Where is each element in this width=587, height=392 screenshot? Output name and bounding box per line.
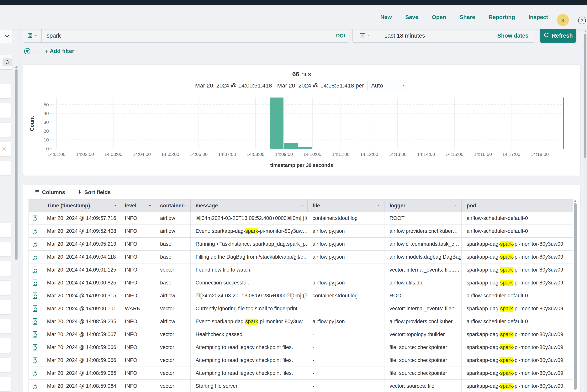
x-gridline <box>454 98 454 148</box>
cell-time: Mar 20, 2024 @ 14:09:04.118 <box>42 250 120 263</box>
column-header-message[interactable]: message <box>190 200 308 212</box>
expand-row-icon[interactable] <box>32 266 39 274</box>
cell-logger: vector::topology::builder <box>384 328 462 341</box>
sidebar-scrollbar[interactable] <box>15 66 18 299</box>
column-header-pod[interactable]: pod <box>462 200 573 212</box>
expand-row-icon[interactable] <box>32 254 39 260</box>
column-header-container[interactable]: container <box>155 200 190 212</box>
scroll-up-arrow-icon[interactable] <box>15 66 18 68</box>
nav-share[interactable]: Share <box>458 14 476 20</box>
saved-query-menu-button[interactable] <box>23 29 42 42</box>
scrollbar-thumb[interactable] <box>584 34 586 158</box>
avatar[interactable]: a <box>557 14 569 26</box>
scrollbar-thumb[interactable] <box>574 203 576 390</box>
x-gridline <box>255 98 256 148</box>
nav-save[interactable]: Save <box>404 14 420 20</box>
columns-label: Columns <box>42 189 65 196</box>
field-card[interactable] <box>0 242 11 256</box>
column-header-file[interactable]: file <box>308 200 385 212</box>
expand-row-icon[interactable] <box>32 215 39 222</box>
field-card[interactable] <box>0 319 11 334</box>
table-row: Mar 20, 2024 @ 14:09:01.125INFOvectorFou… <box>29 264 573 276</box>
top-app-bar <box>0 0 587 5</box>
field-card[interactable] <box>0 161 11 176</box>
refresh-button[interactable]: Refresh <box>540 29 576 42</box>
expand-row-icon[interactable] <box>32 370 39 377</box>
field-card[interactable] <box>0 338 11 353</box>
cell-level: INFO <box>120 289 155 302</box>
hits-count: 66hits <box>23 70 580 78</box>
field-card[interactable] <box>0 84 11 98</box>
cell-logger: file_source::checkpointer <box>384 341 462 354</box>
cell-file: - <box>308 341 384 354</box>
cell-logger: vector::sources::file <box>384 380 462 392</box>
expand-row-icon[interactable] <box>32 279 39 286</box>
histogram-bar[interactable] <box>298 147 312 148</box>
search-input[interactable]: spark <box>42 29 334 42</box>
cell-level: INFO <box>120 380 155 392</box>
help-icon[interactable]: ? <box>578 16 586 24</box>
expand-row-icon[interactable] <box>32 382 39 390</box>
field-card[interactable] <box>0 122 11 137</box>
table-row: Mar 20, 2024 @ 14:09:57.716INFOairflow☒[… <box>29 212 573 225</box>
nav-new[interactable]: New <box>379 14 393 20</box>
sort-fields-button[interactable]: Sort fields <box>76 189 112 196</box>
close-icon[interactable] <box>1 146 7 153</box>
histogram-bar[interactable] <box>284 144 298 148</box>
expand-row-icon[interactable] <box>32 357 39 364</box>
interval-select[interactable]: Auto <box>368 80 408 91</box>
nav-open[interactable]: Open <box>431 14 447 20</box>
field-card[interactable] <box>0 377 11 392</box>
current-time-marker <box>563 98 564 148</box>
expand-row-icon[interactable] <box>32 331 39 338</box>
expand-row-icon[interactable] <box>32 305 39 312</box>
table-scrollbar[interactable] <box>574 200 577 391</box>
expand-row-icon[interactable] <box>32 318 39 325</box>
histogram-bar[interactable] <box>270 98 284 148</box>
cell-file: airflow.py.json <box>308 238 384 250</box>
column-header-logger[interactable]: logger <box>384 200 462 212</box>
histogram-plot[interactable]: 14:01:0014:02:0014:03:0014:04:0014:05:00… <box>52 98 564 149</box>
page-scrollbar[interactable] <box>584 30 587 392</box>
cell-container: airflow <box>155 212 190 224</box>
columns-button[interactable]: Columns <box>33 189 66 196</box>
time-range-button[interactable]: Last 18 minutes <box>377 29 496 42</box>
field-card[interactable] <box>0 142 11 156</box>
expand-row-icon[interactable] <box>32 240 39 248</box>
expand-row-icon[interactable] <box>32 292 39 299</box>
nav-reporting[interactable]: Reporting <box>488 14 516 20</box>
filter-icon[interactable] <box>24 48 31 55</box>
cell-container: airflow <box>155 315 190 328</box>
scroll-up-arrow-icon[interactable] <box>574 200 577 202</box>
field-card[interactable] <box>0 261 11 276</box>
x-gridline <box>340 98 341 148</box>
field-card[interactable] <box>0 280 11 295</box>
nav-inspect[interactable]: Inspect <box>527 14 549 20</box>
scroll-up-arrow-icon[interactable] <box>584 31 587 32</box>
x-gridline <box>284 98 284 148</box>
chevron-down-icon <box>367 34 370 38</box>
x-gridline <box>85 98 85 148</box>
field-card[interactable] <box>0 300 11 314</box>
cell-container: vector <box>155 367 190 380</box>
show-dates-button[interactable]: Show dates <box>496 29 534 42</box>
add-filter-button[interactable]: + Add filter <box>44 48 75 54</box>
sidebar-collapse-button[interactable] <box>0 29 13 44</box>
cell-level: INFO <box>120 264 155 276</box>
field-card[interactable] <box>0 103 11 118</box>
scrollbar-thumb[interactable] <box>15 69 18 260</box>
query-language-button[interactable]: DQL <box>334 29 349 42</box>
field-card[interactable] <box>0 358 11 372</box>
cell-logger: airflow.providers.cncf.kuber… <box>384 225 462 238</box>
column-header-level[interactable]: level <box>120 200 155 212</box>
cell-file: - <box>308 302 384 315</box>
cell-container: vector <box>155 328 190 341</box>
expand-row-icon[interactable] <box>32 344 39 351</box>
field-card[interactable] <box>0 222 11 237</box>
column-header-time[interactable]: Time (timestamp) <box>42 200 120 212</box>
expand-row-icon[interactable] <box>32 228 39 235</box>
chevron-down-icon <box>454 203 458 209</box>
date-quick-select-button[interactable] <box>353 29 377 42</box>
cell-file: - <box>308 367 384 380</box>
chevron-down-icon <box>34 34 38 38</box>
